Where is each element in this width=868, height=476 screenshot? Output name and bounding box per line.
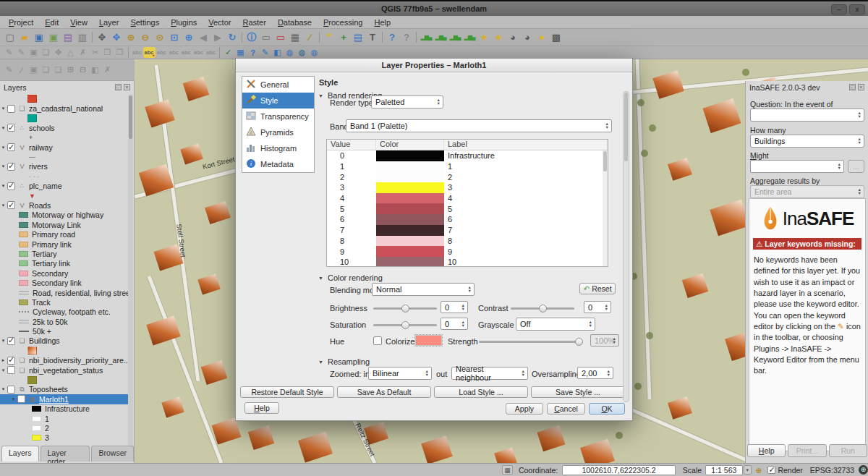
show-bookmarks-icon[interactable]: ▤ (351, 30, 365, 45)
panel-tab-layers[interactable]: Layers (1, 446, 39, 462)
palette-color-swatch[interactable] (376, 236, 444, 247)
zoom-full-icon[interactable]: ⊡ (167, 30, 182, 45)
function-options-button[interactable]: ... (848, 160, 864, 173)
panel-float-icon[interactable]: ◱ (115, 84, 122, 90)
web-globe-b-icon[interactable]: ◍ (296, 47, 308, 58)
copy-features-icon[interactable]: ❐ (101, 47, 114, 58)
tree-row-4[interactable]: + (0, 133, 129, 143)
properties-tab-style[interactable]: Style (242, 93, 314, 109)
menu-plugins[interactable]: Plugins (165, 17, 203, 28)
tree-row-32[interactable]: Infrastructure (0, 404, 129, 414)
menu-help[interactable]: Help (368, 17, 396, 28)
layer-item-rivers[interactable]: ▾Vrivers (0, 162, 129, 171)
zoom-to-selection-icon[interactable]: ⊕ (182, 30, 196, 45)
save-as-default-button[interactable]: Save As Default (337, 386, 431, 398)
menu-vector[interactable]: Vector (203, 17, 237, 28)
band-select[interactable]: Band 1 (Palette) (346, 119, 612, 132)
tree-row-22[interactable]: Cycleway, footpath etc. (0, 307, 129, 317)
tree-row-21[interactable]: Track (0, 297, 129, 307)
raster-calculator-icon[interactable]: ▦ (234, 47, 247, 58)
layer-checkbox[interactable] (7, 143, 15, 151)
layers-scrollbar[interactable] (128, 94, 133, 451)
magnifier-icon[interactable]: ⊕ (756, 466, 762, 475)
color-rendering-section[interactable]: Color rendering (318, 273, 383, 282)
function-select[interactable] (750, 160, 844, 173)
inasafe-run-button[interactable]: Run (829, 444, 867, 457)
expand-arrow-icon[interactable]: ▾ (0, 163, 7, 169)
render-checkbox[interactable] (767, 466, 775, 474)
inasafe-float-icon[interactable]: ◱ (849, 84, 856, 90)
add-feature-icon[interactable]: ❏ (40, 47, 52, 58)
advanced-reshape-icon[interactable]: ◧ (89, 64, 101, 75)
tree-row-15[interactable]: Primary link (0, 239, 129, 249)
tree-row-2[interactable] (0, 114, 129, 123)
query-builder-icon[interactable]: ? (247, 47, 259, 58)
inasafe-print-button[interactable]: Print... (788, 444, 826, 457)
delete-selected-icon[interactable]: ✗ (77, 47, 89, 58)
expand-arrow-icon[interactable]: ▾ (0, 338, 7, 344)
expand-arrow-icon[interactable]: ▾ (0, 203, 7, 208)
palette-table-scrollbar[interactable] (603, 150, 608, 267)
palette-table[interactable]: ValueColorLabel 0Infrastructure112233445… (326, 139, 608, 267)
label-highlighted-icon[interactable] (143, 47, 156, 58)
restore-default-style-button[interactable]: Restore Default Style (240, 386, 334, 398)
load-style-button[interactable]: Load Style ... (434, 386, 528, 398)
expand-arrow-icon[interactable]: ▾ (0, 367, 7, 373)
zoom-last-icon[interactable]: ◀ (196, 30, 210, 45)
resampling-section[interactable]: Resampling (318, 357, 370, 366)
ok-button[interactable]: OK (589, 403, 625, 415)
pan-to-selection-icon[interactable]: ✥ (109, 30, 124, 45)
close-button[interactable]: x (849, 4, 865, 14)
properties-tab-transparency[interactable]: Transparency (242, 109, 314, 124)
tree-row-29[interactable] (0, 375, 129, 384)
new-bookmark-icon[interactable]: + (336, 30, 351, 45)
palette-color-swatch[interactable] (376, 203, 444, 214)
text-annotation-icon[interactable]: T (365, 30, 380, 45)
tree-row-24[interactable]: 50k + (0, 326, 129, 336)
save-project-icon[interactable]: ▣ (32, 30, 46, 45)
web-globe-c-icon[interactable]: ◍ (308, 47, 320, 58)
advanced-edits-icon[interactable]: ✎ (3, 64, 15, 75)
new-project-icon[interactable]: ▢ (3, 30, 17, 45)
render-type-select[interactable]: Paletted (371, 95, 443, 109)
save-style-button[interactable]: Save Style ... (531, 386, 625, 398)
label-pin-icon[interactable] (180, 47, 192, 58)
collapse-arrow-icon[interactable]: ▸ (0, 357, 7, 363)
dialog-scrollbar[interactable] (623, 91, 629, 402)
tree-row-23[interactable]: 25k to 50k (0, 317, 129, 326)
palette-color-swatch[interactable] (376, 257, 444, 267)
layer-item-nbi-biodiversity-priority-are-[interactable]: ▸❏nbi_biodiversity_priority_are... (0, 356, 129, 365)
layer-checkbox[interactable] (7, 337, 15, 345)
keyword-creation-wizard-icon[interactable]: ★ (477, 30, 491, 45)
palette-row[interactable]: 11 (327, 161, 608, 172)
layer-item-schools[interactable]: ▾∴schools (0, 123, 129, 132)
exposure-select[interactable]: Buildings (750, 135, 864, 148)
menu-raster[interactable]: Raster (237, 17, 271, 28)
cancel-button[interactable]: Cancel (547, 403, 585, 415)
layer-checkbox[interactable] (7, 201, 15, 209)
save-layer-edits-icon[interactable]: ▣ (27, 47, 40, 58)
reset-button[interactable]: ↶Reset (579, 283, 616, 294)
grayscale-select[interactable]: Off (516, 318, 595, 331)
identify-features-icon[interactable]: ⓘ (244, 30, 259, 45)
zoomed-out-select[interactable]: Nearest neighbour (451, 367, 528, 380)
current-edits-icon[interactable]: ✎ (3, 47, 15, 58)
move-feature-icon[interactable]: ✥ (52, 47, 64, 58)
label-show-hide-icon[interactable] (192, 47, 205, 58)
hazard-select[interactable] (750, 109, 864, 122)
palette-color-swatch[interactable] (376, 214, 444, 225)
properties-tab-histogram[interactable]: Histogram (242, 140, 314, 156)
palette-row[interactable]: 66 (327, 214, 608, 225)
expand-arrow-icon[interactable]: ▾ (0, 145, 7, 150)
palette-color-swatch[interactable] (376, 161, 444, 172)
properties-tab-metadata[interactable]: iMetadata (242, 156, 314, 172)
menu-processing[interactable]: Processing (318, 17, 368, 28)
tree-row-35[interactable]: 3 (0, 433, 129, 443)
minimum-needs-icon[interactable]: ● (535, 30, 549, 45)
tree-row-33[interactable]: 1 (0, 414, 129, 423)
minimize-button[interactable]: – (831, 4, 847, 14)
tree-row-17[interactable]: Tertiary link (0, 259, 129, 268)
zoomed-in-select[interactable]: Bilinear (368, 367, 432, 380)
coordinate-input[interactable]: 1002610.7,6222305.2 (562, 465, 676, 475)
advanced-split-icon[interactable]: ✗ (101, 64, 114, 75)
